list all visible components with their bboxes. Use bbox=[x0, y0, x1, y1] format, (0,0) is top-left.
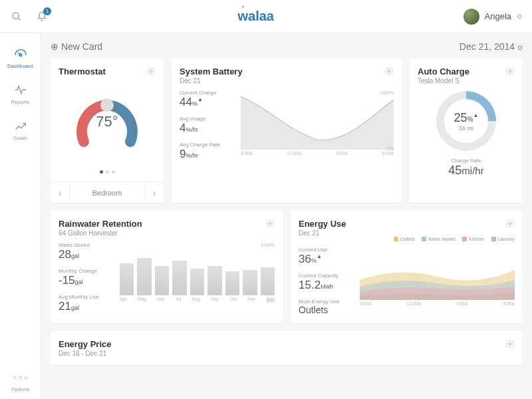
nav-label: Dashboard bbox=[0, 63, 41, 69]
user-menu-chevron[interactable]: ⊙ bbox=[517, 13, 522, 20]
room-name: Bedroom bbox=[69, 182, 145, 203]
page-dots[interactable] bbox=[59, 164, 156, 176]
energy-chart: 8:00a12:00a4:00a8:00a bbox=[360, 247, 515, 315]
gear-icon[interactable] bbox=[505, 219, 515, 228]
svg-point-6 bbox=[388, 70, 390, 72]
svg-point-9 bbox=[509, 222, 511, 225]
charge-donut: 25%▲ 56 mi bbox=[436, 91, 496, 151]
nav-reports[interactable]: Reports bbox=[0, 76, 41, 112]
card-title: System Battery bbox=[180, 66, 243, 76]
search-icon[interactable] bbox=[10, 10, 23, 23]
chart-up-icon bbox=[0, 118, 41, 133]
gauge-icon bbox=[0, 47, 41, 61]
avatar[interactable] bbox=[464, 9, 479, 25]
temperature-value: 75° bbox=[96, 113, 118, 130]
card-title: Rainwater Retention bbox=[59, 219, 142, 229]
nav-dashboard[interactable]: Dashboard bbox=[0, 40, 41, 76]
nav-label: Options bbox=[0, 386, 41, 392]
energy-use-card: Energy Use Dec 21 Outlets Water Heater K… bbox=[291, 211, 523, 323]
gear-icon[interactable] bbox=[146, 66, 156, 76]
new-card-button[interactable]: ⊕ New Card bbox=[51, 41, 102, 52]
svg-point-7 bbox=[509, 70, 511, 72]
rainwater-chart: 100% 0% AprMayJunJulAugSepOctNovDec bbox=[120, 242, 275, 313]
card-subtitle: Dec 21 bbox=[299, 229, 346, 237]
battery-chart: 100% 0% 8:00a12:00a4:00a8:00a bbox=[241, 90, 394, 161]
svg-point-4 bbox=[150, 70, 152, 72]
card-subtitle: Dec 21 bbox=[180, 77, 243, 84]
dots-icon: ○ ○ ○ bbox=[0, 370, 41, 384]
date-picker[interactable]: Dec 21, 2014 ⊙ bbox=[460, 41, 523, 52]
card-title: Energy Price bbox=[59, 339, 112, 349]
rainwater-card: Rainwater Retention 64 Gallon Harvester … bbox=[51, 211, 283, 323]
svg-point-10 bbox=[509, 342, 511, 345]
prev-room-button[interactable]: ‹ bbox=[51, 188, 69, 198]
svg-line-1 bbox=[18, 18, 20, 20]
pulse-icon bbox=[0, 82, 41, 97]
card-subtitle: Tesla Model S bbox=[418, 77, 469, 84]
card-subtitle: Dec 16 - Dec 21 bbox=[59, 350, 112, 357]
battery-card: System Battery Dec 21 Current Charge44%▲… bbox=[172, 59, 402, 203]
gear-icon[interactable] bbox=[384, 66, 394, 76]
nav-label: Reports bbox=[0, 99, 41, 105]
card-subtitle: 64 Gallon Harvester bbox=[59, 229, 142, 237]
svg-point-5 bbox=[100, 98, 114, 112]
energy-legend: Outlets Water Heater Kitchen Laundry bbox=[299, 237, 515, 241]
user-name: Angela bbox=[485, 11, 511, 21]
thermostat-gauge[interactable]: 75° bbox=[59, 82, 156, 162]
auto-charge-card: Auto Charge Tesla Model S 25%▲ 56 mi Cha… bbox=[410, 59, 523, 203]
card-title: Energy Use bbox=[299, 219, 346, 229]
energy-price-card: Energy Price Dec 16 - Dec 21 bbox=[51, 331, 523, 365]
thermostat-card: Thermostat 75° ‹ Bedroom › bbox=[51, 59, 164, 203]
gear-icon[interactable] bbox=[265, 219, 275, 228]
app-logo: w•alaa bbox=[49, 9, 464, 24]
gear-icon[interactable] bbox=[505, 66, 515, 76]
nav-options[interactable]: ○ ○ ○ Options bbox=[0, 363, 41, 399]
nav-goals[interactable]: Goals bbox=[0, 112, 41, 148]
card-title: Thermostat bbox=[59, 66, 106, 76]
notification-badge: 1 bbox=[43, 7, 51, 15]
gear-icon[interactable] bbox=[505, 339, 515, 348]
notifications-icon[interactable]: 1 bbox=[35, 10, 49, 23]
svg-point-0 bbox=[13, 13, 19, 19]
card-title: Auto Charge bbox=[418, 66, 469, 76]
next-room-button[interactable]: › bbox=[145, 188, 164, 198]
svg-point-8 bbox=[269, 222, 271, 225]
nav-label: Goals bbox=[0, 135, 41, 141]
